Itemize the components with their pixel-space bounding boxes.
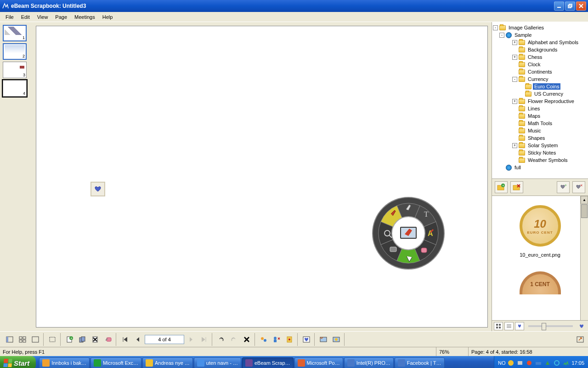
tree-label[interactable]: Flower Reproductive — [526, 98, 576, 104]
canvas-object[interactable] — [90, 182, 105, 196]
gallery-toggle-button[interactable] — [300, 334, 312, 345]
clock[interactable]: 17:05 — [571, 360, 584, 366]
thumbnail-2[interactable]: 2 — [3, 43, 27, 60]
thumbnail-4[interactable]: 4 — [3, 80, 27, 97]
page-input[interactable] — [145, 335, 184, 344]
last-page-button[interactable] — [198, 334, 210, 345]
tree-expander[interactable]: + — [512, 99, 517, 104]
tray-icon-7[interactable] — [562, 359, 570, 367]
tray-icon-6[interactable] — [553, 359, 560, 367]
menu-file[interactable]: File — [2, 13, 17, 21]
view-grid-button[interactable] — [17, 334, 28, 345]
view-grid-button[interactable] — [494, 322, 503, 330]
tree-label[interactable]: Chess — [526, 54, 543, 60]
taskbar-item[interactable]: eBeam Scrap… — [242, 357, 294, 368]
view-list-button[interactable] — [504, 322, 514, 330]
taskbar-item[interactable]: Microsoft Po… — [294, 357, 343, 368]
favorites-button[interactable] — [515, 322, 524, 330]
tree-label[interactable]: Sticky Notes — [526, 150, 557, 156]
close-button[interactable] — [576, 1, 586, 11]
zoom-slider[interactable] — [528, 325, 573, 327]
tree-item[interactable]: +Flower Reproductive — [492, 98, 588, 105]
tree-item[interactable]: Weather Symbols — [492, 156, 588, 164]
tree-item[interactable]: Continents — [492, 68, 588, 75]
menu-help[interactable]: Help — [99, 13, 117, 21]
tree-label[interactable]: Shapes — [526, 135, 546, 141]
tree-item[interactable]: Euro Coins — [492, 83, 588, 90]
tree-expander[interactable]: + — [512, 55, 517, 60]
tree-label[interactable]: Weather Symbols — [526, 157, 569, 163]
tree-item[interactable]: Shapes — [492, 134, 588, 142]
start-button[interactable]: Start — [0, 356, 36, 368]
menu-edit[interactable]: Edit — [17, 13, 34, 21]
tree-full[interactable]: full — [513, 164, 522, 171]
share-button[interactable] — [258, 334, 270, 345]
thumbnail-3[interactable]: 3 — [3, 62, 27, 78]
tree-item[interactable]: Clock — [492, 61, 588, 68]
gallery-scrollbar[interactable]: ▲ — [580, 196, 588, 320]
gallery-add-favorite-button[interactable]: + — [557, 181, 570, 193]
undo-button[interactable] — [215, 334, 227, 345]
taskbar-item[interactable]: Facebook | T… — [395, 357, 445, 368]
tree-label[interactable]: Solar System — [526, 142, 559, 149]
tray-icon-5[interactable] — [544, 359, 551, 367]
tree-item[interactable]: Lines — [492, 105, 588, 112]
tree-item[interactable]: +Chess — [492, 53, 588, 61]
preview-item-2[interactable]: 1 CENT — [520, 271, 561, 294]
scroll-thumb[interactable] — [581, 204, 588, 218]
tree-item[interactable]: Music — [492, 127, 588, 134]
gallery-delete-folder-button[interactable] — [510, 181, 523, 193]
taskbar-item[interactable]: Innboks i bak… — [39, 357, 90, 368]
tree-label[interactable]: Euro Coins — [533, 83, 560, 90]
screen-button[interactable] — [317, 334, 329, 345]
tray-icon-3[interactable] — [526, 359, 533, 367]
add-page-button[interactable]: + — [63, 334, 75, 345]
delete-button[interactable] — [241, 334, 253, 345]
tree-label[interactable]: Music — [526, 127, 543, 134]
tree-label[interactable]: Lines — [526, 105, 541, 112]
tree-label[interactable]: Backgrounds — [526, 46, 559, 53]
gallery-remove-favorite-button[interactable]: × — [572, 181, 585, 193]
expand-button[interactable] — [574, 334, 586, 345]
tree-item[interactable]: Maps — [492, 112, 588, 120]
select-button[interactable] — [46, 334, 58, 345]
tree-expander[interactable]: - — [512, 77, 517, 82]
menu-page[interactable]: Page — [51, 13, 71, 21]
menu-meetings[interactable]: Meetings — [71, 13, 99, 21]
gallery-tree[interactable]: -Image Galleries -Sample +Alphabet and S… — [492, 22, 588, 178]
tree-label[interactable]: Clock — [526, 61, 542, 68]
tree-expander[interactable]: + — [512, 143, 517, 148]
tree-label[interactable]: US Currency — [533, 91, 565, 97]
canvas[interactable]: A T — [36, 26, 488, 328]
clear-page-button[interactable] — [102, 334, 114, 345]
delete-page-button[interactable] — [89, 334, 101, 345]
record-button[interactable] — [283, 334, 295, 345]
tree-item[interactable]: -Currency — [492, 75, 588, 83]
tray-icon-1[interactable] — [507, 359, 514, 367]
tree-root[interactable]: Image Galleries — [507, 24, 545, 31]
tree-item[interactable]: +Solar System — [492, 142, 588, 149]
tree-item[interactable]: Sticky Notes — [492, 149, 588, 156]
menu-view[interactable]: View — [34, 13, 52, 21]
tree-label[interactable]: Currency — [526, 76, 550, 82]
tree-label[interactable]: Math Tools — [526, 120, 554, 126]
taskbar-item[interactable]: Andreas nye … — [142, 357, 193, 368]
gallery-add-folder-button[interactable]: + — [495, 181, 508, 193]
redo-button[interactable] — [228, 334, 240, 345]
next-page-button[interactable] — [185, 334, 197, 345]
tray-icon-2[interactable] — [516, 359, 524, 367]
minimize-button[interactable] — [554, 1, 564, 11]
view-full-button[interactable] — [29, 334, 41, 345]
thumbnail-1[interactable]: 1 — [3, 25, 27, 41]
tree-item[interactable]: +Alphabet and Symbols — [492, 39, 588, 46]
view-single-button[interactable] — [4, 334, 16, 345]
tree-sample[interactable]: Sample — [513, 32, 533, 38]
tree-label[interactable]: Maps — [526, 113, 542, 119]
language-indicator[interactable]: NO — [498, 360, 506, 366]
tree-label[interactable]: Continents — [526, 69, 554, 75]
tree-item[interactable]: US Currency — [492, 90, 588, 98]
first-page-button[interactable] — [119, 334, 131, 345]
tray-icon-4[interactable] — [535, 359, 542, 367]
tree-label[interactable]: Alphabet and Symbols — [526, 39, 580, 46]
taskbar-item[interactable]: uten navn - … — [194, 357, 241, 368]
